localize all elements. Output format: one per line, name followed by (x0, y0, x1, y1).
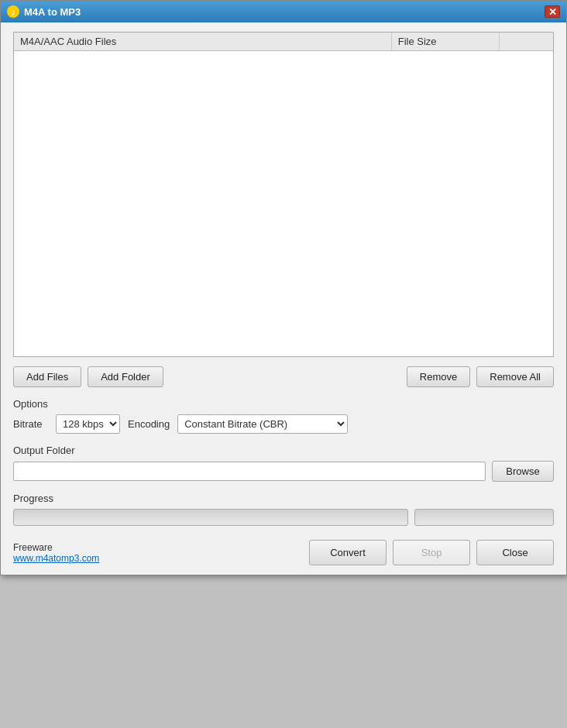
output-folder-row: Browse (13, 461, 554, 482)
window-title: M4A to MP3 (24, 6, 81, 18)
output-folder-section: Output Folder Browse (13, 445, 554, 482)
browse-button[interactable]: Browse (492, 461, 554, 482)
progress-label: Progress (13, 493, 554, 504)
main-window: ♪ M4A to MP3 ✕ M4A/AAC Audio Files File … (0, 0, 567, 575)
options-label: Options (13, 398, 554, 410)
title-bar: ♪ M4A to MP3 ✕ (1, 1, 566, 22)
encoding-label: Encoding (128, 418, 170, 430)
file-list-container[interactable]: M4A/AAC Audio Files File Size (13, 32, 554, 357)
window-close-button[interactable]: ✕ (545, 5, 560, 18)
window-close-app-button[interactable]: Close (476, 540, 554, 565)
app-icon: ♪ (7, 5, 19, 18)
bitrate-select[interactable]: 64 kbps96 kbps128 kbps160 kbps192 kbps25… (56, 414, 120, 434)
options-section: Options Bitrate 64 kbps96 kbps128 kbps16… (13, 398, 554, 434)
column-header-extra (499, 33, 553, 51)
column-header-filesize: File Size (391, 33, 499, 51)
bitrate-label: Bitrate (13, 418, 48, 430)
title-bar-left: ♪ M4A to MP3 (7, 5, 81, 18)
output-folder-label: Output Folder (13, 445, 554, 456)
remove-button[interactable]: Remove (407, 366, 470, 387)
freeware-label: Freeware (13, 542, 99, 553)
options-row: Bitrate 64 kbps96 kbps128 kbps160 kbps19… (13, 414, 554, 434)
freeware-section: Freeware www.m4atomp3.com (13, 542, 99, 564)
column-header-filename: M4A/AAC Audio Files (14, 33, 391, 51)
freeware-link[interactable]: www.m4atomp3.com (13, 553, 99, 564)
add-files-button[interactable]: Add Files (13, 366, 81, 387)
file-list-table: M4A/AAC Audio Files File Size (14, 33, 553, 51)
stop-button[interactable]: Stop (393, 540, 470, 565)
bottom-row: Freeware www.m4atomp3.com Convert Stop C… (13, 537, 554, 565)
file-action-buttons-row: Add Files Add Folder Remove Remove All (13, 366, 554, 387)
progress-bar-secondary (414, 509, 554, 526)
remove-all-button[interactable]: Remove All (476, 366, 554, 387)
window-content: M4A/AAC Audio Files File Size Add Files … (1, 22, 566, 575)
progress-section: Progress (13, 493, 554, 526)
add-folder-button[interactable]: Add Folder (88, 366, 163, 387)
convert-button[interactable]: Convert (309, 540, 387, 565)
progress-bar (13, 509, 408, 526)
output-folder-input[interactable] (13, 462, 486, 481)
encoding-select[interactable]: Constant Bitrate (CBR)Variable Bitrate (… (177, 414, 348, 434)
bottom-buttons: Convert Stop Close (309, 540, 554, 565)
progress-row (13, 509, 554, 526)
